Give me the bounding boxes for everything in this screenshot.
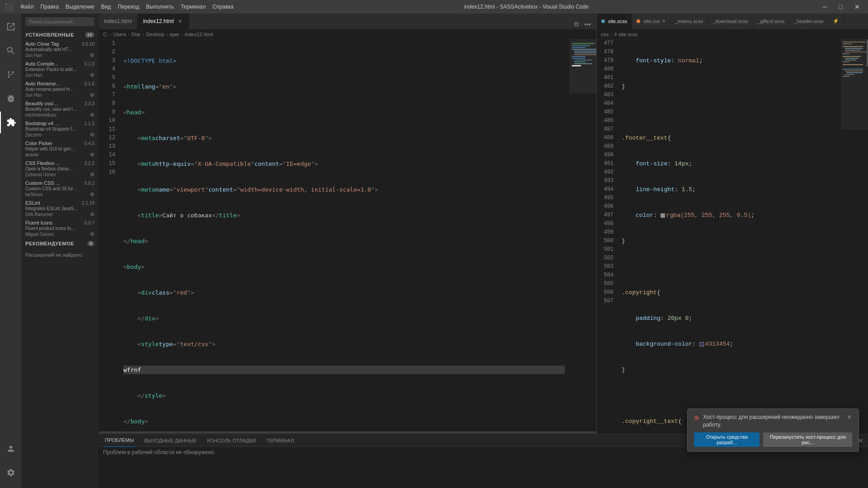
svg-point-0: [8, 76, 9, 78]
activity-settings[interactable]: [0, 462, 22, 483]
css-line-numbers: 477 478 479 480 481 482 483 484 485 486 …: [597, 39, 617, 434]
css-breadcrumb-css[interactable]: css: [601, 32, 609, 37]
activity-scm[interactable]: [0, 64, 22, 85]
editors-row: index1.html index12.html ✕ ⧉ ••• C: › Us: [99, 14, 868, 434]
css-line-486: .copyright {: [622, 288, 836, 297]
css-tab-mixins[interactable]: _mixins.scss: [670, 14, 708, 29]
menu-selection[interactable]: Выделение: [66, 4, 94, 10]
ext-css-flexbox[interactable]: CSS Flexbox ... 3.2.2 Open a flexbox che…: [22, 159, 98, 179]
code-line-13: wfrnf: [123, 366, 565, 374]
panel-tab-problems[interactable]: ПРОБЛЕМЫ: [103, 434, 136, 447]
ext-auto-rename-gear[interactable]: ⚙: [90, 92, 94, 98]
activity-extensions[interactable]: [0, 112, 22, 133]
menu-bar: Файл Правка Выделение Вид Переход Выполн…: [20, 4, 234, 10]
ext-auto-complete-gear[interactable]: ⚙: [90, 72, 94, 78]
code-line-4: <meta charset="UTF-8">: [123, 134, 565, 142]
activity-accounts[interactable]: [0, 438, 22, 460]
notification-close-button[interactable]: ✕: [847, 413, 852, 421]
css-breadcrumb-file[interactable]: site.scss: [618, 32, 637, 37]
code-line-7: <title>Сайт о собаках</title>: [123, 211, 565, 220]
css-editor-pane: site.scss site.css ✕ _mixins.scss _downl…: [597, 14, 868, 434]
split-editor-icon[interactable]: ⧉: [572, 19, 580, 29]
code-line-1: <!DOCTYPE html>: [123, 56, 565, 65]
activity-search[interactable]: [0, 40, 22, 61]
css-tab-download[interactable]: _download.scss: [708, 14, 753, 29]
tab-close-index12[interactable]: ✕: [176, 18, 184, 25]
sidebar: УСТАНОВЛЕННЫЕ 22 Auto Close Tag 0.5.10 A…: [22, 14, 99, 488]
code-line-9: <body>: [123, 263, 565, 271]
html-code-content[interactable]: <!DOCTYPE html> <html lang="en"> <head> …: [119, 39, 569, 431]
ext-fluent-icons-gear[interactable]: ⚙: [90, 231, 94, 237]
css-breadcrumb-hash: #: [614, 32, 617, 37]
css-code-content[interactable]: font-style: normal; } .footer__text { fo…: [617, 39, 841, 434]
breadcrumb-diar[interactable]: Diar: [132, 32, 141, 37]
close-button[interactable]: ✕: [851, 2, 863, 11]
notification-header: ⊗ Хост-процесс для расширений неожиданно…: [694, 413, 852, 429]
css-tab-giftcol[interactable]: _giftcol.scss: [753, 14, 790, 29]
ext-eslint[interactable]: ESLint 2.1.19 Integrates ESLint JavaS...…: [22, 199, 98, 219]
menu-edit[interactable]: Правка: [41, 4, 59, 10]
site-scss-indicator: [601, 19, 605, 23]
css-line-489: }: [622, 366, 836, 374]
installed-section-title[interactable]: УСТАНОВЛЕННЫЕ 22: [22, 30, 98, 40]
css-tab-more[interactable]: ⚡: [828, 14, 844, 29]
recommended-section-title[interactable]: РЕКОМЕНДУЕМОЕ 0: [22, 239, 98, 249]
ext-eslint-gear[interactable]: ⚙: [90, 211, 94, 217]
breadcrumb-desktop[interactable]: Desktop: [146, 32, 164, 37]
ext-auto-close-tag[interactable]: Auto Close Tag 0.5.10 Automatically add …: [22, 40, 98, 60]
ext-custom-css-gear[interactable]: ⚙: [90, 192, 94, 197]
ext-bootstrap-gear[interactable]: ⚙: [90, 132, 94, 138]
panel-tab-output[interactable]: ВЫХОДНЫЕ ДАННЫЕ: [142, 434, 198, 447]
css-tab-site-css[interactable]: site.css ✕: [632, 14, 670, 29]
activity-debug[interactable]: [0, 88, 22, 109]
notification-popup: ⊗ Хост-процесс для расширений неожиданно…: [687, 408, 859, 452]
ext-flexbox-gear[interactable]: ⚙: [90, 172, 94, 178]
ext-beautify-css[interactable]: Beautify css/... 2.3.3 Beautify css, sas…: [22, 99, 98, 119]
activity-bar: [0, 14, 22, 488]
breadcrumb-oper[interactable]: oper: [170, 32, 179, 37]
html-editor-pane: index1.html index12.html ✕ ⧉ ••• C: › Us: [99, 14, 597, 434]
code-line-8: </head>: [123, 237, 565, 245]
menu-file[interactable]: Файл: [20, 4, 34, 10]
css-tab-site-scss[interactable]: site.scss: [597, 14, 632, 29]
notification-restart-button[interactable]: Перезапустить хост-процесс для рас...: [763, 432, 852, 447]
css-line-479: [622, 108, 836, 117]
panel-tab-terminal[interactable]: ТЕРМИНАЛ: [264, 434, 296, 447]
notification-devtools-button[interactable]: Открыть средства разраб...: [694, 432, 760, 447]
activity-explorer[interactable]: [0, 16, 22, 38]
breadcrumb-users[interactable]: Users: [113, 32, 127, 37]
css-line-484: }: [622, 237, 836, 245]
ext-bootstrap[interactable]: Bootstrap v4 ... 1.1.3 Bootstrap v4 Snip…: [22, 119, 98, 139]
ext-fluent-icons[interactable]: Fluent Icons 0.0.7 Fluent product icons …: [22, 219, 98, 239]
minimize-button[interactable]: ─: [819, 2, 831, 11]
menu-run[interactable]: Выполнить: [146, 4, 174, 10]
ext-beautify-gear[interactable]: ⚙: [90, 112, 94, 118]
breadcrumb-c[interactable]: C:: [103, 32, 108, 37]
html-breadcrumb: C: › Users › Diar › Desktop › oper › ind…: [99, 29, 596, 39]
css-tab-close-site-css[interactable]: ✕: [662, 19, 665, 23]
tab-index12-html[interactable]: index12.html ✕: [137, 14, 189, 29]
site-css-indicator: [637, 19, 640, 23]
tab-index1-html[interactable]: index1.html: [99, 14, 137, 29]
ext-custom-css[interactable]: Custom CSS ... 5.0.2 Custom CSS and JS f…: [22, 179, 98, 199]
ext-auto-close-tag-gear[interactable]: ⚙: [90, 52, 94, 58]
maximize-button[interactable]: □: [835, 2, 846, 11]
html-minimap: [569, 39, 596, 431]
extensions-search-input[interactable]: [25, 17, 94, 26]
ext-auto-rename[interactable]: Auto Rename... 0.1.6 Auto rename paired …: [22, 80, 98, 99]
css-tab-header[interactable]: _header.scss: [789, 14, 828, 29]
ext-color-picker-gear[interactable]: ⚙: [90, 152, 94, 158]
panel-tab-debug[interactable]: КОНСОЛЬ ОТЛАДКИ: [205, 434, 258, 447]
code-line-5: <meta http-equiv="X-UA-Compatible" conte…: [123, 160, 565, 168]
more-actions-icon[interactable]: •••: [582, 20, 593, 29]
html-scrollbar[interactable]: [99, 431, 596, 434]
menu-terminal[interactable]: Терминал: [181, 4, 206, 10]
breadcrumb-file[interactable]: index12.html: [185, 32, 213, 37]
menu-view[interactable]: Вид: [101, 4, 111, 10]
ext-auto-complete[interactable]: Auto Comple... 0.1.0 Extension Packs to …: [22, 60, 98, 80]
code-line-10: <div class="red">: [123, 288, 565, 297]
menu-help[interactable]: Справка: [212, 4, 234, 10]
menu-go[interactable]: Переход: [118, 4, 139, 10]
ext-color-picker[interactable]: Color Picker 0.4.5 Helper with GUI to ge…: [22, 139, 98, 159]
css-line-488: background-color: #313454;: [622, 340, 836, 348]
